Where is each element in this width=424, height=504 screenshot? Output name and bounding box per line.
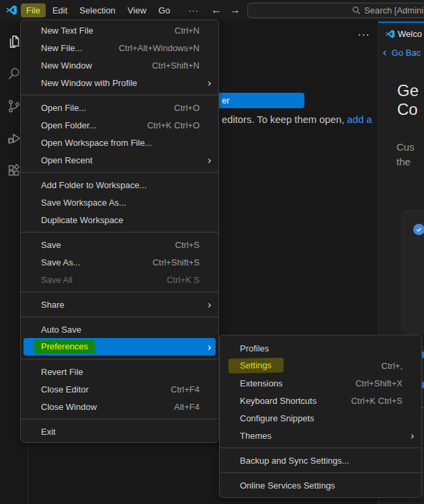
menubar-item-view[interactable]: View — [122, 3, 152, 17]
menu-separator — [220, 448, 421, 448]
menu-item-open-file[interactable]: Open File...Ctrl+O — [24, 99, 216, 116]
menubar: FileEditSelectionViewGo··· — [21, 0, 204, 20]
vscode-logo-icon — [5, 4, 17, 16]
menu-item-profiles[interactable]: Profiles — [222, 339, 419, 357]
open-folder-button-label: er — [222, 95, 230, 106]
menu-separator — [21, 172, 218, 173]
nav-back-icon[interactable]: ← — [211, 0, 222, 20]
menubar-item-selection[interactable]: Selection — [74, 3, 120, 17]
file-menu: New Text FileCtrl+NNew File...Ctrl+Alt+W… — [20, 19, 219, 443]
menu-item-new-window-with-profile[interactable]: New Window with Profile› — [24, 74, 216, 91]
menu-item-label: Themes — [240, 431, 271, 441]
menu-item-shortcut: Ctrl+Alt+Windows+N — [119, 43, 200, 53]
menu-separator — [220, 472, 421, 473]
menu-item-shortcut: Ctrl+Shift+N — [152, 60, 200, 71]
menu-item-label: New Window — [41, 60, 92, 71]
menu-item-save-as[interactable]: Save As...Ctrl+Shift+S — [24, 253, 216, 271]
menu-item-shortcut: Ctrl+O — [174, 103, 200, 113]
menu-separator — [21, 419, 218, 419]
menu-item-label: Open File... — [41, 103, 86, 113]
menu-item-extensions[interactable]: ExtensionsCtrl+Shift+X — [222, 374, 419, 392]
submenu-arrow-icon: › — [204, 341, 212, 353]
menu-item-close-window[interactable]: Close WindowAlt+F4 — [24, 398, 216, 415]
menu-item-label: New Window with Profile — [41, 78, 137, 88]
menubar-item-edit[interactable]: Edit — [47, 3, 73, 17]
menu-item-label: Open Folder... — [41, 120, 96, 130]
walkthrough-heading: Ge Co — [397, 81, 419, 119]
menu-item-close-editor[interactable]: Close EditorCtrl+F4 — [24, 380, 216, 398]
menu-item-label: Close Editor — [41, 384, 89, 394]
menu-item-label: Add Folder to Workspace... — [41, 180, 146, 190]
menu-item-configure-snippets[interactable]: Configure Snippets — [222, 409, 419, 427]
menu-item-label: Save As... — [41, 257, 81, 267]
menu-item-label: Backup and Sync Settings... — [240, 456, 349, 466]
tab-welcome[interactable]: Welco — [378, 22, 424, 44]
menu-item-keyboard-shortcuts[interactable]: Keyboard ShortcutsCtrl+K Ctrl+S — [222, 392, 419, 409]
menu-item-label: Open Recent — [41, 155, 93, 165]
menu-item-backup-and-sync-settings[interactable]: Backup and Sync Settings... — [222, 452, 419, 469]
menubar-more-icon[interactable]: ··· — [183, 3, 204, 17]
menu-item-preferences[interactable]: Preferences› — [24, 338, 216, 355]
menu-item-shortcut: Ctrl+F4 — [171, 384, 200, 394]
search-inner: Search [Adminis — [352, 5, 424, 15]
menu-item-new-text-file[interactable]: New Text FileCtrl+N — [24, 22, 216, 39]
menu-item-shortcut: Ctrl+K Ctrl+O — [147, 120, 200, 130]
menu-item-label: Auto Save — [41, 325, 81, 335]
menu-item-save-workspace-as[interactable]: Save Workspace As... — [24, 194, 216, 211]
menu-item-shortcut: Ctrl+Shift+S — [153, 257, 200, 267]
menu-item-duplicate-workspace[interactable]: Duplicate Workspace — [24, 211, 216, 228]
search-icon — [352, 6, 361, 15]
menu-item-open-folder[interactable]: Open Folder...Ctrl+K Ctrl+O — [24, 116, 216, 134]
menu-item-shortcut: Alt+F4 — [174, 402, 200, 412]
vscode-logo-icon — [385, 29, 395, 39]
go-back-link[interactable]: ‹ Go Bac — [382, 46, 421, 59]
tab-label: Welco — [398, 29, 422, 39]
menu-item-label: Keyboard Shortcuts — [240, 396, 316, 406]
menu-item-save-all[interactable]: Save AllCtrl+K S — [24, 271, 216, 288]
menu-separator — [21, 359, 218, 360]
menu-item-shortcut: Ctrl+N — [175, 26, 200, 36]
chevron-left-icon: ‹ — [382, 46, 387, 59]
submenu-arrow-icon: › — [204, 298, 212, 311]
command-center-search[interactable]: Search [Adminis — [247, 3, 424, 18]
menu-item-share[interactable]: Share› — [24, 296, 216, 313]
menu-item-revert-file[interactable]: Revert File — [24, 363, 216, 380]
menubar-item-go[interactable]: Go — [153, 3, 175, 17]
menu-item-new-window[interactable]: New WindowCtrl+Shift+N — [24, 56, 216, 74]
menu-item-new-file[interactable]: New File...Ctrl+Alt+Windows+N — [24, 39, 216, 56]
menu-item-auto-save[interactable]: Auto Save — [24, 321, 216, 338]
nav-forward-icon[interactable]: → — [230, 0, 241, 20]
menu-item-open-workspace-from-file[interactable]: Open Workspace from File... — [24, 134, 216, 151]
checkmark-icon — [413, 224, 424, 235]
menu-item-label: Extensions — [240, 378, 283, 388]
submenu-arrow-icon: › — [204, 154, 212, 167]
menu-item-exit[interactable]: Exit — [24, 423, 216, 440]
menu-item-shortcut: Ctrl+K S — [167, 275, 200, 285]
editors-hint-text: editors. To keep them open, add a — [222, 114, 372, 125]
menu-item-shortcut: Ctrl+S — [175, 240, 200, 250]
menubar-item-file[interactable]: File — [21, 3, 46, 17]
menu-item-label: Close Window — [41, 402, 97, 412]
menu-item-label: New Text File — [41, 26, 93, 36]
go-back-label: Go Bac — [392, 48, 421, 58]
menu-item-save[interactable]: SaveCtrl+S — [24, 236, 216, 253]
vscode-window: FileEditSelectionViewGo··· ← → Search [A… — [0, 0, 424, 504]
menu-item-shortcut: Ctrl+, — [382, 361, 402, 371]
menu-item-themes[interactable]: Themes› — [222, 427, 419, 444]
menu-item-label: Save Workspace As... — [41, 198, 126, 208]
titlebar: FileEditSelectionViewGo··· ← → Search [A… — [0, 0, 424, 20]
menu-separator — [21, 292, 218, 292]
menu-item-label: Save All — [41, 275, 73, 285]
menu-item-online-services-settings[interactable]: Online Services Settings — [222, 476, 419, 494]
menu-item-add-folder-to-workspace[interactable]: Add Folder to Workspace... — [24, 176, 216, 194]
walkthrough-description: Cus the — [396, 140, 415, 169]
menu-item-shortcut: Ctrl+K Ctrl+S — [351, 396, 402, 406]
editor-actions-ellipsis-icon[interactable]: ··· — [357, 28, 370, 42]
menu-item-settings[interactable]: SettingsCtrl+, — [222, 357, 419, 374]
menu-item-label: Profiles — [240, 343, 269, 353]
menu-item-label: Share — [41, 300, 65, 310]
menu-item-label: Open Workspace from File... — [41, 138, 152, 148]
walkthrough-card[interactable] — [401, 210, 424, 334]
menu-item-open-recent[interactable]: Open Recent› — [24, 151, 216, 169]
add-a-link[interactable]: add a — [347, 114, 372, 125]
